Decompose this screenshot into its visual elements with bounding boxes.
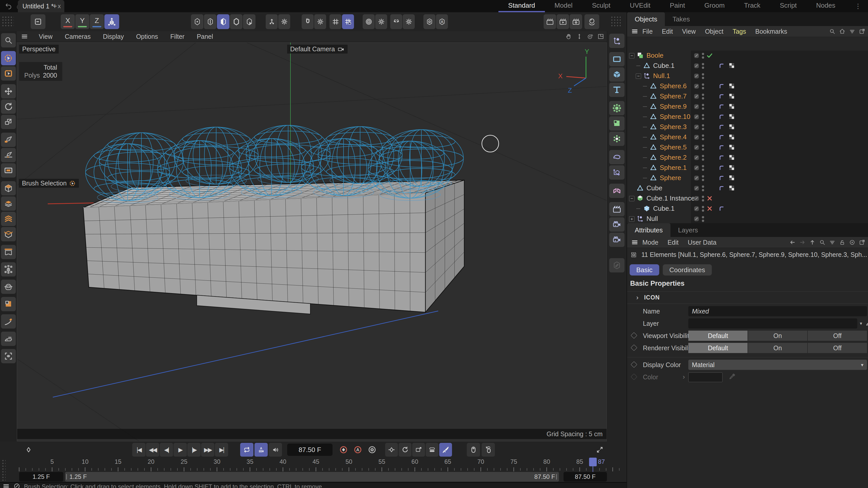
toolbar-grip-right[interactable] [611,16,621,28]
panel-tab-attributes[interactable]: Attributes [627,223,671,237]
phong-tag-icon[interactable] [718,83,725,90]
add-deformer[interactable] [609,150,624,164]
renderer-visibility-default-button[interactable]: Default [688,343,747,353]
display-color-key-icon[interactable] [631,361,637,367]
symmetry-button[interactable] [390,14,402,29]
add-cloner[interactable] [609,132,624,146]
workspace-overflow-icon[interactable]: ⋮ [855,0,861,12]
phong-tag-icon[interactable] [718,113,725,120]
visibility-dots[interactable] [702,104,704,110]
key-position-button[interactable] [385,443,398,457]
no-draw-toggle-button[interactable] [439,443,452,457]
object-row-sphere-10[interactable]: Sphere.10 [627,112,868,122]
render-settings-button[interactable] [570,14,582,29]
add-constraint[interactable] [609,184,624,198]
axis-lock-y[interactable]: Y [75,14,89,29]
viewport-menu-options[interactable]: Options [130,33,164,40]
visibility-pencil-icon[interactable] [693,175,700,182]
phong-tag-icon[interactable] [718,185,725,192]
visibility-pencil-icon[interactable] [693,144,700,151]
object-row-boole[interactable]: −Boole [627,51,868,61]
subdivide-tool[interactable] [1,196,16,211]
pen-tool[interactable] [1,133,16,147]
panel-tab-takes[interactable]: Takes [665,12,698,26]
cube-primitive-tool[interactable] [1,181,16,195]
phong-tag-icon[interactable] [718,205,725,212]
renderer-visibility-on-button[interactable]: On [748,343,807,353]
spotlight-tool[interactable] [1,349,16,363]
expand-collapse-icon[interactable]: − [636,73,641,79]
scale-tool[interactable] [1,115,16,129]
workspace-tab-paint[interactable]: Paint [660,0,695,12]
timeline-ruler[interactable]: 51015202530354045505560657075808587 [0,457,626,472]
play-button[interactable]: ▶ [174,443,187,457]
toggle-layout-icon[interactable] [597,33,604,40]
layer-input[interactable] [688,318,857,329]
texture-tag-icon[interactable] [728,133,735,140]
search-tool[interactable] [1,33,16,47]
add-text[interactable] [609,83,624,97]
renderer-visibility-key-icon[interactable] [631,345,637,351]
workspace-tab-script[interactable]: Script [770,0,806,12]
visibility-dots[interactable] [702,73,704,79]
rotate-tool[interactable] [1,99,16,114]
gear-button[interactable] [278,14,290,29]
object-menu-icon[interactable] [631,28,638,35]
object-row-sphere-5[interactable]: Sphere.5 [627,142,868,153]
attribute-menu-mode[interactable]: Mode [642,239,664,246]
visibility-dots[interactable] [702,84,704,89]
previous-key-button[interactable]: ◀◀ [146,443,159,457]
visibility-pencil-icon[interactable] [693,124,700,130]
object-manager-home-icon[interactable] [839,28,845,35]
visibility-dots[interactable] [702,53,704,59]
visibility-dots[interactable] [702,206,704,212]
layer-dropdown-icon[interactable]: ▾ [860,321,862,326]
object-row-cube-1[interactable]: Cube.1 [627,61,868,71]
object-menu-object[interactable]: Object [705,28,729,35]
keying-settings-button[interactable] [366,443,379,457]
hex-a-button[interactable]: A [436,14,448,29]
texture-tag-icon[interactable] [728,174,735,182]
key-rotation-button[interactable] [399,443,411,457]
object-row-cube-1[interactable]: Cube.1 [627,203,868,214]
object-manager-magnifier-icon[interactable] [829,28,836,35]
viewport-menu-filter[interactable]: Filter [164,33,191,40]
texture-tag-icon[interactable] [728,62,735,69]
visibility-pencil-icon[interactable] [693,83,700,90]
section-tab-basic[interactable]: Basic [630,264,659,275]
object-row-sphere-1[interactable]: Sphere.1 [627,163,868,173]
viewport-menu-icon[interactable] [21,33,28,40]
visibility-pencil-icon[interactable] [693,195,700,202]
visibility-pencil-icon[interactable] [693,103,700,110]
attribute-manager-magnifier-icon[interactable] [819,239,826,246]
viewport-menu-view[interactable]: View [33,33,59,40]
expand-collapse-icon[interactable]: − [629,196,634,201]
mode-crystal-corner-button[interactable] [243,14,255,29]
phong-tag-icon[interactable] [718,154,725,161]
axis-lock-z[interactable]: Z [90,14,104,29]
expand-expand-icon[interactable]: + [629,216,634,222]
phong-tag-icon[interactable] [718,62,725,69]
add-null[interactable] [609,34,624,48]
orbit-view-icon[interactable] [587,33,594,40]
weld-mask-tool[interactable] [1,280,16,294]
disabled-cross-icon[interactable] [706,195,713,202]
range-start-field[interactable]: 1.25 F [19,472,63,482]
iron-tool[interactable] [1,332,16,346]
rings-button[interactable] [363,14,375,29]
add-camera[interactable] [609,217,624,232]
mode-crystal-outline-button[interactable] [230,14,243,29]
visibility-pencil-icon[interactable] [693,93,700,100]
toolbar-grip[interactable] [2,16,14,28]
knife-tool[interactable] [1,314,16,329]
phong-tag-icon[interactable] [718,164,725,171]
section-tab-coordinates[interactable]: Coordinates [663,264,712,275]
range-left-handle[interactable] [66,474,67,480]
object-row-sphere-4[interactable]: Sphere.4 [627,132,868,142]
loop-toggle-button[interactable] [240,443,253,457]
visibility-dots[interactable] [702,165,704,171]
visibility-pencil-icon[interactable] [693,134,700,140]
object-menu-bookmarks[interactable]: Bookmarks [755,28,793,35]
live-selection-tool[interactable] [1,51,16,65]
voxel-tool[interactable] [1,297,16,311]
